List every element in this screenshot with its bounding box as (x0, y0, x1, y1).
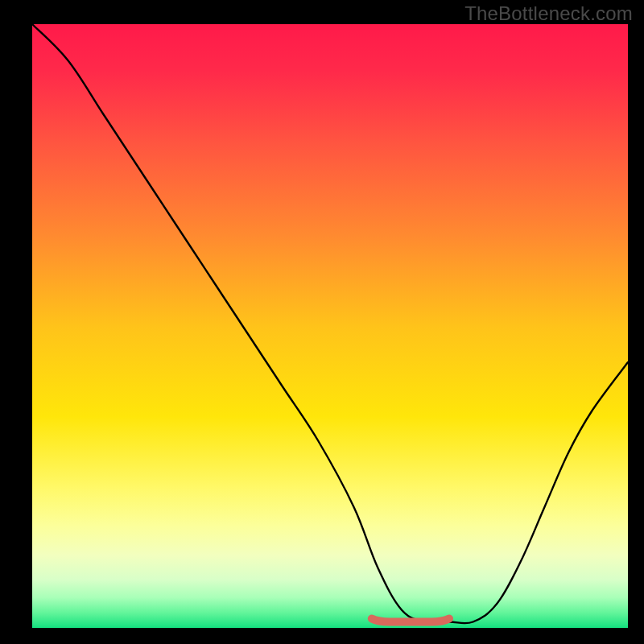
flat-marker (372, 619, 449, 622)
chart-frame: TheBottleneck.com (0, 0, 644, 644)
watermark-label: TheBottleneck.com (464, 2, 633, 25)
bottleneck-chart (0, 0, 644, 644)
plot-background (32, 24, 628, 628)
